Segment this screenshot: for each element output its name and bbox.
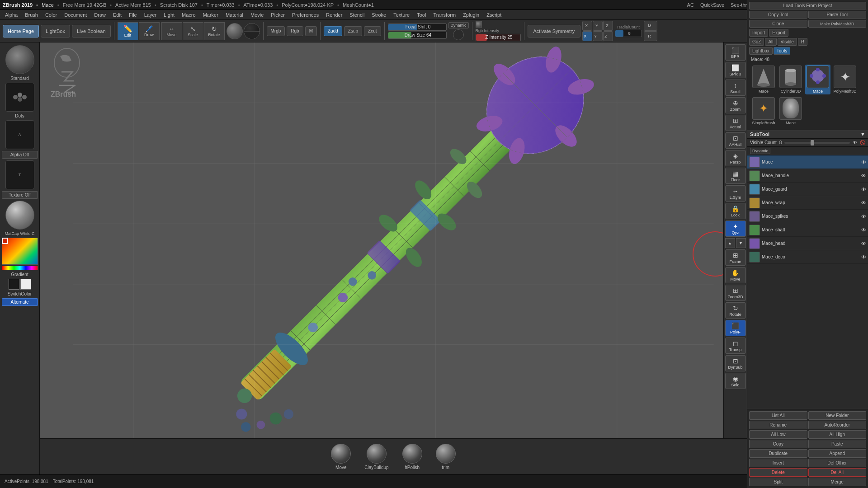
z-intensity-slider[interactable]: Z Intensity 25: [476, 34, 521, 41]
split-btn[interactable]: Split: [749, 478, 807, 486]
menu-alpha[interactable]: Alpha: [2, 11, 21, 19]
copy-tool-btn[interactable]: Copy Tool: [749, 11, 807, 19]
subtool-eye-4[interactable]: 👁: [861, 214, 866, 219]
subtool-eye-5[interactable]: 👁: [861, 227, 866, 233]
zsub-btn[interactable]: Zsub: [344, 26, 362, 36]
menu-draw[interactable]: Draw: [91, 11, 109, 19]
menu-texture[interactable]: Texture: [390, 11, 413, 19]
rotate-btn[interactable]: ↻ Rotate: [204, 22, 225, 40]
alpha-off-btn[interactable]: Alpha Off: [2, 151, 38, 159]
subtool-eye-7[interactable]: 👁: [861, 254, 866, 260]
visible-slider[interactable]: [784, 142, 850, 144]
alternate-btn[interactable]: Alternate: [2, 298, 38, 306]
menu-stroke[interactable]: Stroke: [368, 11, 389, 19]
dynamic-subtool-label[interactable]: Dynamic: [750, 148, 770, 154]
texture-off-btn[interactable]: Texture Off: [2, 191, 38, 199]
floor-btn[interactable]: ▦ Floor: [725, 168, 746, 184]
floor-sphere-btn[interactable]: [244, 23, 260, 39]
lightbox-btn2[interactable]: Lightbox: [749, 47, 773, 55]
mrgb-btn[interactable]: Mrgb: [267, 26, 285, 36]
menu-light[interactable]: Light: [160, 11, 178, 19]
tool-item-mace1[interactable]: Mace: [751, 65, 776, 94]
draw-size-slider[interactable]: Draw Size 64: [388, 32, 447, 39]
menu-brush[interactable]: Brush: [22, 11, 41, 19]
import-btn[interactable]: Import: [749, 29, 768, 37]
subtool-row-4[interactable]: Mace_spikes 👁: [747, 210, 868, 223]
del-all-btn[interactable]: Del All: [808, 468, 867, 477]
z-axis-btn[interactable]: -Z: [603, 21, 613, 31]
lsym-btn[interactable]: ↔ L.Sym: [725, 185, 746, 202]
subtool-row-6[interactable]: Mace_head 👁: [747, 237, 868, 250]
live-boolean-btn[interactable]: Live Boolean: [72, 25, 111, 38]
load-tools-btn[interactable]: Load Tools From Project: [749, 2, 866, 9]
new-folder-btn[interactable]: New Folder: [808, 411, 867, 420]
rgb-sphere[interactable]: [476, 21, 482, 28]
scale-btn[interactable]: ⤡ Scale: [183, 22, 203, 40]
merge-btn[interactable]: Merge: [808, 478, 867, 486]
goz-btn[interactable]: GoZ: [749, 38, 764, 46]
eye-icon[interactable]: 👁: [853, 140, 857, 145]
quicksave-btn[interactable]: QuickSave: [698, 2, 726, 8]
alpha-preview[interactable]: A: [5, 120, 34, 149]
subtool-row-5[interactable]: Mace_shaft 👁: [747, 223, 868, 237]
copy-btn[interactable]: Copy: [749, 440, 807, 448]
subtool-row-3[interactable]: Mace_wrap 👁: [747, 196, 868, 210]
matcap-label[interactable]: MatCap White C: [2, 231, 38, 236]
matcap-preview[interactable]: [5, 201, 34, 230]
qyz-btn[interactable]: ✦ Qyz: [725, 221, 746, 237]
all-high-btn[interactable]: All High: [808, 430, 867, 439]
white-swatch[interactable]: [20, 279, 31, 290]
tool-item-simplebrush[interactable]: ✦ SimpleBrush: [751, 96, 776, 126]
rgb-btn[interactable]: Rgb: [287, 26, 303, 36]
y-axis2-btn[interactable]: Y: [593, 31, 603, 41]
stroke-label[interactable]: Dots: [15, 113, 24, 118]
menu-zplugin[interactable]: Zplugin: [460, 11, 482, 19]
subtool-header[interactable]: SubTool ▼: [747, 130, 868, 139]
menu-marker[interactable]: Marker: [200, 11, 222, 19]
zoom-btn[interactable]: ⊕ Zoom: [725, 97, 746, 113]
menu-zscript[interactable]: Zscript: [483, 11, 505, 19]
edit-btn[interactable]: ✏️ Edit: [118, 22, 138, 40]
brush-item-trim[interactable]: trim: [436, 444, 456, 470]
menu-document[interactable]: Document: [61, 11, 90, 19]
menu-file[interactable]: File: [126, 11, 140, 19]
up-btn[interactable]: ▲: [725, 238, 735, 248]
scroll-btn[interactable]: ↕ Scroll: [725, 80, 746, 96]
subtool-eye-2[interactable]: 👁: [861, 187, 866, 192]
tool-item-polymesh[interactable]: ✦ PolyMesh3D: [832, 65, 858, 94]
brush-item-move[interactable]: Move: [331, 444, 351, 470]
append-btn[interactable]: Append: [808, 449, 867, 458]
paste-tool-btn[interactable]: Paste Tool: [808, 11, 867, 19]
bpr-btn[interactable]: ⬛ BPR: [725, 44, 746, 61]
color-square[interactable]: [2, 238, 38, 265]
x-axis2-btn[interactable]: X: [582, 31, 592, 41]
subtool-visible-icon[interactable]: 👁: [861, 160, 866, 165]
brush-item-hpolish[interactable]: hPolish: [402, 444, 422, 470]
tools-btn[interactable]: Tools: [774, 47, 790, 55]
zadd-btn[interactable]: Zadd: [324, 26, 342, 36]
down-btn[interactable]: ▼: [736, 238, 746, 248]
autoreorder-btn[interactable]: AutoReorder: [808, 421, 867, 429]
hue-slider[interactable]: [2, 266, 38, 270]
persp-btn[interactable]: ◈ Persp: [725, 150, 746, 166]
menu-preferences[interactable]: Preferences: [289, 11, 322, 19]
brush-preview[interactable]: [5, 45, 34, 74]
paste-btn[interactable]: Paste: [808, 440, 867, 448]
dynamic-label[interactable]: Dynamic: [448, 22, 469, 28]
goz-r-btn[interactable]: R: [798, 38, 807, 46]
rename-btn[interactable]: Rename: [749, 421, 807, 429]
menu-tool[interactable]: Tool: [414, 11, 429, 19]
lock-btn[interactable]: 🔒 Lock: [725, 203, 746, 219]
z-axis2-btn[interactable]: Z: [603, 31, 613, 41]
y-axis-btn[interactable]: -Y: [593, 21, 603, 31]
tool-item-mace2[interactable]: Mace: [805, 65, 830, 94]
move-btn[interactable]: ↔ Move: [161, 22, 182, 40]
brush-label[interactable]: Standard: [10, 76, 29, 81]
solo-btn[interactable]: ◉ Solo: [725, 373, 746, 389]
eye-off-icon[interactable]: 🚫: [860, 140, 865, 145]
activate-symmetry-btn[interactable]: Activate Symmetry: [528, 25, 581, 38]
spix-btn[interactable]: ⬜ SPix 3: [725, 62, 746, 78]
zcut-btn[interactable]: Zcut: [364, 26, 381, 36]
zoom3d-btn[interactable]: ⊞ Zoom3D: [725, 285, 746, 301]
menu-edit[interactable]: Edit: [110, 11, 125, 19]
